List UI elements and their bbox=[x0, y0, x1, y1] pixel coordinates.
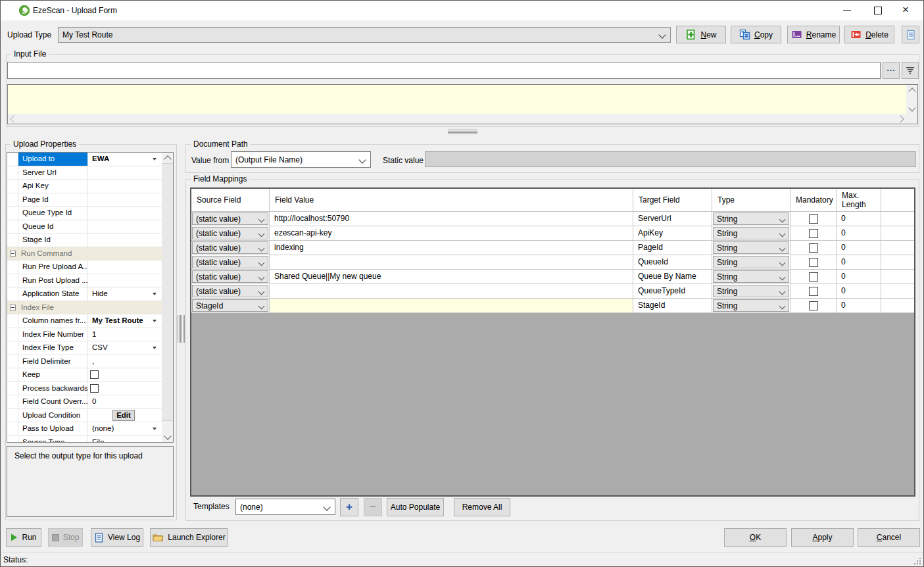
property-name[interactable]: Process backwards bbox=[18, 382, 88, 395]
type-dropdown[interactable]: String bbox=[713, 270, 789, 283]
target-field-cell[interactable]: PageId bbox=[633, 241, 712, 255]
delete-button[interactable]: Delete bbox=[844, 26, 894, 43]
property-value[interactable]: File bbox=[88, 436, 162, 443]
ok-button[interactable]: OK bbox=[724, 528, 787, 547]
field-mapping-row[interactable]: (static value)indexingPageIdString0 bbox=[191, 241, 914, 255]
max-length-cell[interactable]: 0 bbox=[837, 241, 881, 255]
filter-button[interactable] bbox=[902, 62, 919, 79]
field-mapping-row[interactable]: (static value)Shared Queue||My new queue… bbox=[191, 270, 914, 284]
property-value[interactable]: CSV bbox=[88, 341, 162, 355]
property-name[interactable]: Keep bbox=[18, 368, 88, 382]
property-value[interactable]: (none) bbox=[88, 422, 162, 435]
dropdown-arrow-icon[interactable] bbox=[153, 320, 157, 322]
launch-explorer-button[interactable]: Launch Explorer bbox=[150, 528, 228, 547]
column-header[interactable]: Max. Length bbox=[837, 189, 881, 212]
property-value[interactable] bbox=[88, 166, 162, 180]
property-name[interactable]: Field Delimiter bbox=[18, 355, 88, 368]
property-value[interactable] bbox=[88, 193, 162, 207]
field-mapping-row[interactable]: (static value)QueueIdString0 bbox=[191, 255, 914, 270]
horizontal-splitter[interactable] bbox=[448, 130, 477, 135]
target-field-cell[interactable]: QueueTypeId bbox=[633, 284, 712, 299]
mandatory-checkbox[interactable] bbox=[809, 287, 818, 296]
type-dropdown[interactable]: String bbox=[713, 241, 789, 254]
source-field-dropdown[interactable]: (static value) bbox=[192, 227, 268, 239]
add-template-button[interactable]: + bbox=[340, 498, 358, 516]
column-header[interactable]: Field Value bbox=[270, 189, 633, 212]
column-header[interactable]: Mandatory bbox=[790, 189, 837, 212]
remove-template-button[interactable]: − bbox=[364, 498, 382, 516]
property-value[interactable] bbox=[88, 382, 162, 395]
target-field-cell[interactable]: QueueId bbox=[633, 255, 712, 270]
column-header[interactable]: Type bbox=[712, 189, 790, 212]
property-row[interactable]: Field Count Overr...0 bbox=[7, 395, 162, 409]
property-name[interactable]: Run Pre Upload A... bbox=[18, 260, 88, 274]
property-name[interactable]: Index File Type bbox=[18, 341, 88, 355]
field-value-cell[interactable]: indexing bbox=[270, 241, 633, 255]
property-row[interactable]: Queue Id bbox=[7, 220, 162, 234]
scroll-down-icon[interactable] bbox=[162, 431, 173, 442]
run-button[interactable]: Run bbox=[6, 528, 41, 547]
edit-condition-button[interactable]: Edit bbox=[112, 410, 135, 421]
resize-grip[interactable] bbox=[914, 557, 921, 564]
field-value-cell[interactable]: Shared Queue||My new queue bbox=[270, 270, 633, 284]
mandatory-checkbox[interactable] bbox=[809, 243, 818, 253]
property-name[interactable]: Upload Condition bbox=[18, 409, 88, 422]
browse-button[interactable]: ... bbox=[883, 62, 900, 79]
property-group-row[interactable]: Run Command bbox=[7, 247, 162, 261]
property-name[interactable]: Index File Number bbox=[18, 328, 88, 341]
property-name[interactable]: Queue Id bbox=[18, 220, 88, 234]
source-field-dropdown[interactable]: (static value) bbox=[192, 212, 268, 225]
field-mapping-row[interactable]: (static value)QueueTypeIdString0 bbox=[191, 284, 914, 299]
max-length-cell[interactable]: 0 bbox=[837, 255, 881, 270]
field-mapping-row[interactable]: (static value)http://localhost:50790Serv… bbox=[191, 212, 914, 226]
column-header[interactable]: Target Field bbox=[633, 189, 712, 212]
property-group-row[interactable]: Index File bbox=[7, 301, 162, 315]
mandatory-checkbox[interactable] bbox=[809, 301, 818, 310]
mandatory-checkbox[interactable] bbox=[809, 229, 818, 238]
scrollbar-thumb[interactable] bbox=[162, 163, 173, 421]
max-length-cell[interactable]: 0 bbox=[837, 284, 881, 299]
property-value[interactable] bbox=[88, 368, 162, 382]
target-field-cell[interactable]: ApiKey bbox=[633, 226, 712, 241]
rename-button[interactable]: Rename bbox=[787, 26, 840, 43]
collapse-icon[interactable] bbox=[10, 251, 16, 257]
property-row[interactable]: Keep bbox=[7, 368, 162, 382]
cancel-button[interactable]: Cancel bbox=[858, 528, 920, 547]
remove-all-button[interactable]: Remove All bbox=[454, 498, 510, 516]
upload-type-dropdown[interactable]: My Test Route bbox=[58, 27, 671, 43]
property-row[interactable]: Stage Id bbox=[7, 234, 162, 247]
property-row[interactable]: Field Delimiter, bbox=[7, 355, 162, 369]
property-name[interactable]: Field Count Overr... bbox=[18, 395, 88, 408]
value-from-dropdown[interactable]: (Output File Name) bbox=[231, 151, 371, 168]
mandatory-checkbox[interactable] bbox=[809, 272, 818, 282]
property-row[interactable]: Index File Number1 bbox=[7, 328, 162, 342]
type-dropdown[interactable]: String bbox=[713, 285, 789, 297]
property-name[interactable]: Server Url bbox=[18, 166, 88, 180]
field-value-cell[interactable] bbox=[270, 255, 633, 270]
property-row[interactable]: Source TypeFile bbox=[7, 436, 162, 443]
max-length-cell[interactable]: 0 bbox=[837, 270, 881, 284]
property-row[interactable]: Server Url bbox=[7, 166, 162, 180]
property-name[interactable]: Run Post Upload ... bbox=[18, 274, 88, 287]
file-preview-area[interactable] bbox=[8, 85, 906, 114]
preview-vertical-scrollbar[interactable] bbox=[906, 85, 917, 114]
source-field-dropdown[interactable]: (static value) bbox=[192, 241, 268, 254]
field-value-cell[interactable] bbox=[270, 299, 633, 313]
property-row[interactable]: Run Pre Upload A... bbox=[7, 260, 162, 274]
property-value[interactable] bbox=[88, 234, 162, 247]
notes-button[interactable] bbox=[902, 26, 919, 43]
maximize-button[interactable] bbox=[874, 7, 882, 14]
property-row[interactable]: Run Post Upload ... bbox=[7, 274, 162, 288]
property-value[interactable]: , bbox=[88, 355, 162, 368]
column-header[interactable]: Source Field bbox=[191, 189, 270, 212]
property-name[interactable]: Pass to Upload bbox=[18, 422, 88, 435]
property-name[interactable]: Stage Id bbox=[18, 234, 88, 247]
collapse-icon[interactable] bbox=[10, 305, 16, 310]
field-value-cell[interactable]: ezescan-api-key bbox=[270, 226, 633, 241]
property-name[interactable]: Column names fr... bbox=[18, 314, 88, 328]
property-value[interactable]: 1 bbox=[88, 328, 162, 341]
property-name[interactable]: Application State bbox=[18, 287, 88, 301]
property-value[interactable]: 0 bbox=[88, 395, 162, 408]
property-value[interactable]: My Test Route bbox=[88, 314, 162, 328]
property-row[interactable]: Index File TypeCSV bbox=[7, 341, 162, 355]
